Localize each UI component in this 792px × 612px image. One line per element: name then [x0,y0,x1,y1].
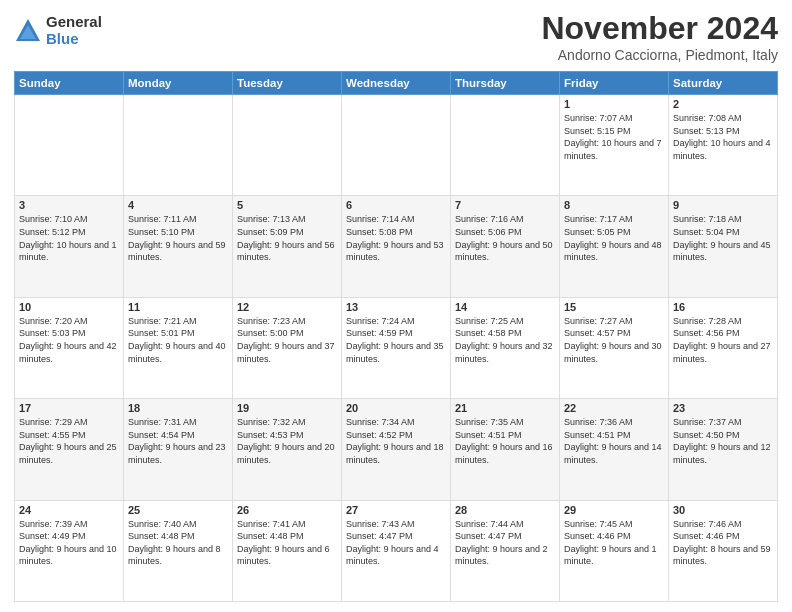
day-info: Sunrise: 7:40 AM Sunset: 4:48 PM Dayligh… [128,518,228,568]
table-row [233,95,342,196]
day-number: 15 [564,301,664,313]
day-number: 17 [19,402,119,414]
table-row: 3Sunrise: 7:10 AM Sunset: 5:12 PM Daylig… [15,196,124,297]
day-number: 28 [455,504,555,516]
page: General Blue November 2024 Andorno Cacci… [0,0,792,612]
header: General Blue November 2024 Andorno Cacci… [14,10,778,63]
table-row: 8Sunrise: 7:17 AM Sunset: 5:05 PM Daylig… [560,196,669,297]
day-number: 2 [673,98,773,110]
table-row: 22Sunrise: 7:36 AM Sunset: 4:51 PM Dayli… [560,399,669,500]
table-row: 29Sunrise: 7:45 AM Sunset: 4:46 PM Dayli… [560,500,669,601]
day-number: 24 [19,504,119,516]
day-info: Sunrise: 7:43 AM Sunset: 4:47 PM Dayligh… [346,518,446,568]
day-number: 4 [128,199,228,211]
day-info: Sunrise: 7:35 AM Sunset: 4:51 PM Dayligh… [455,416,555,466]
day-info: Sunrise: 7:20 AM Sunset: 5:03 PM Dayligh… [19,315,119,365]
day-info: Sunrise: 7:45 AM Sunset: 4:46 PM Dayligh… [564,518,664,568]
day-info: Sunrise: 7:28 AM Sunset: 4:56 PM Dayligh… [673,315,773,365]
day-number: 21 [455,402,555,414]
day-info: Sunrise: 7:31 AM Sunset: 4:54 PM Dayligh… [128,416,228,466]
table-row: 19Sunrise: 7:32 AM Sunset: 4:53 PM Dayli… [233,399,342,500]
table-row: 26Sunrise: 7:41 AM Sunset: 4:48 PM Dayli… [233,500,342,601]
day-info: Sunrise: 7:36 AM Sunset: 4:51 PM Dayligh… [564,416,664,466]
logo: General Blue [14,14,102,47]
logo-general-text: General [46,14,102,31]
table-row: 7Sunrise: 7:16 AM Sunset: 5:06 PM Daylig… [451,196,560,297]
day-number: 5 [237,199,337,211]
table-row: 18Sunrise: 7:31 AM Sunset: 4:54 PM Dayli… [124,399,233,500]
table-row: 21Sunrise: 7:35 AM Sunset: 4:51 PM Dayli… [451,399,560,500]
day-info: Sunrise: 7:37 AM Sunset: 4:50 PM Dayligh… [673,416,773,466]
day-number: 11 [128,301,228,313]
table-row: 15Sunrise: 7:27 AM Sunset: 4:57 PM Dayli… [560,297,669,398]
day-number: 1 [564,98,664,110]
calendar-week-row: 1Sunrise: 7:07 AM Sunset: 5:15 PM Daylig… [15,95,778,196]
table-row: 25Sunrise: 7:40 AM Sunset: 4:48 PM Dayli… [124,500,233,601]
day-number: 3 [19,199,119,211]
calendar-week-row: 10Sunrise: 7:20 AM Sunset: 5:03 PM Dayli… [15,297,778,398]
day-number: 23 [673,402,773,414]
day-info: Sunrise: 7:46 AM Sunset: 4:46 PM Dayligh… [673,518,773,568]
calendar-week-row: 24Sunrise: 7:39 AM Sunset: 4:49 PM Dayli… [15,500,778,601]
day-info: Sunrise: 7:21 AM Sunset: 5:01 PM Dayligh… [128,315,228,365]
table-row: 2Sunrise: 7:08 AM Sunset: 5:13 PM Daylig… [669,95,778,196]
table-row [15,95,124,196]
day-info: Sunrise: 7:10 AM Sunset: 5:12 PM Dayligh… [19,213,119,263]
col-thursday: Thursday [451,72,560,95]
day-info: Sunrise: 7:44 AM Sunset: 4:47 PM Dayligh… [455,518,555,568]
day-info: Sunrise: 7:18 AM Sunset: 5:04 PM Dayligh… [673,213,773,263]
main-title: November 2024 [541,10,778,47]
col-tuesday: Tuesday [233,72,342,95]
table-row: 28Sunrise: 7:44 AM Sunset: 4:47 PM Dayli… [451,500,560,601]
table-row: 1Sunrise: 7:07 AM Sunset: 5:15 PM Daylig… [560,95,669,196]
day-number: 22 [564,402,664,414]
table-row: 11Sunrise: 7:21 AM Sunset: 5:01 PM Dayli… [124,297,233,398]
day-number: 13 [346,301,446,313]
day-info: Sunrise: 7:07 AM Sunset: 5:15 PM Dayligh… [564,112,664,162]
day-info: Sunrise: 7:16 AM Sunset: 5:06 PM Dayligh… [455,213,555,263]
day-number: 10 [19,301,119,313]
col-saturday: Saturday [669,72,778,95]
table-row: 5Sunrise: 7:13 AM Sunset: 5:09 PM Daylig… [233,196,342,297]
table-row: 16Sunrise: 7:28 AM Sunset: 4:56 PM Dayli… [669,297,778,398]
col-sunday: Sunday [15,72,124,95]
table-row: 30Sunrise: 7:46 AM Sunset: 4:46 PM Dayli… [669,500,778,601]
logo-icon [14,17,42,45]
table-row: 27Sunrise: 7:43 AM Sunset: 4:47 PM Dayli… [342,500,451,601]
day-number: 9 [673,199,773,211]
table-row: 9Sunrise: 7:18 AM Sunset: 5:04 PM Daylig… [669,196,778,297]
table-row: 17Sunrise: 7:29 AM Sunset: 4:55 PM Dayli… [15,399,124,500]
day-info: Sunrise: 7:29 AM Sunset: 4:55 PM Dayligh… [19,416,119,466]
day-info: Sunrise: 7:25 AM Sunset: 4:58 PM Dayligh… [455,315,555,365]
day-info: Sunrise: 7:14 AM Sunset: 5:08 PM Dayligh… [346,213,446,263]
table-row: 14Sunrise: 7:25 AM Sunset: 4:58 PM Dayli… [451,297,560,398]
day-number: 8 [564,199,664,211]
logo-blue-text: Blue [46,31,102,48]
day-number: 30 [673,504,773,516]
table-row: 10Sunrise: 7:20 AM Sunset: 5:03 PM Dayli… [15,297,124,398]
table-row: 13Sunrise: 7:24 AM Sunset: 4:59 PM Dayli… [342,297,451,398]
table-row [124,95,233,196]
day-number: 12 [237,301,337,313]
day-info: Sunrise: 7:08 AM Sunset: 5:13 PM Dayligh… [673,112,773,162]
day-number: 27 [346,504,446,516]
table-row: 24Sunrise: 7:39 AM Sunset: 4:49 PM Dayli… [15,500,124,601]
day-info: Sunrise: 7:32 AM Sunset: 4:53 PM Dayligh… [237,416,337,466]
day-number: 6 [346,199,446,211]
day-number: 19 [237,402,337,414]
day-info: Sunrise: 7:23 AM Sunset: 5:00 PM Dayligh… [237,315,337,365]
table-row: 4Sunrise: 7:11 AM Sunset: 5:10 PM Daylig… [124,196,233,297]
day-number: 16 [673,301,773,313]
day-number: 25 [128,504,228,516]
table-row: 23Sunrise: 7:37 AM Sunset: 4:50 PM Dayli… [669,399,778,500]
table-row [342,95,451,196]
day-number: 20 [346,402,446,414]
day-info: Sunrise: 7:41 AM Sunset: 4:48 PM Dayligh… [237,518,337,568]
day-info: Sunrise: 7:17 AM Sunset: 5:05 PM Dayligh… [564,213,664,263]
day-info: Sunrise: 7:13 AM Sunset: 5:09 PM Dayligh… [237,213,337,263]
calendar-week-row: 17Sunrise: 7:29 AM Sunset: 4:55 PM Dayli… [15,399,778,500]
calendar-header-row: Sunday Monday Tuesday Wednesday Thursday… [15,72,778,95]
day-info: Sunrise: 7:24 AM Sunset: 4:59 PM Dayligh… [346,315,446,365]
day-info: Sunrise: 7:34 AM Sunset: 4:52 PM Dayligh… [346,416,446,466]
table-row [451,95,560,196]
